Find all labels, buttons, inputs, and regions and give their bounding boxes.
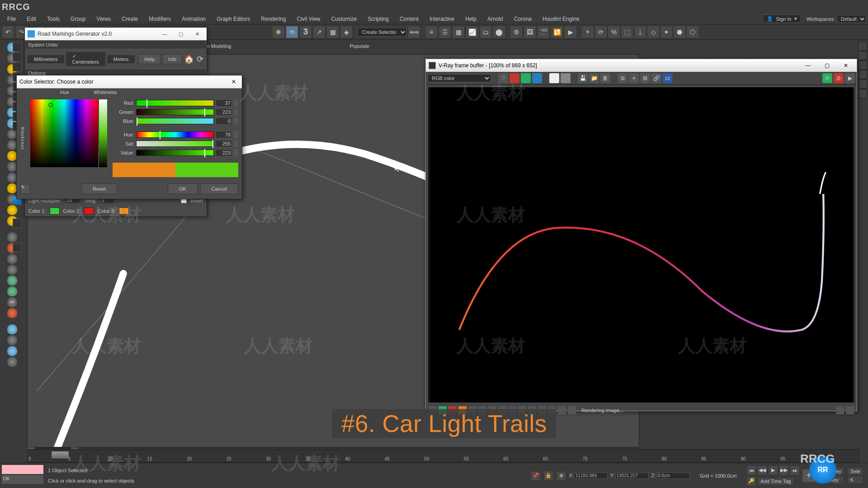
coord-x-input[interactable] bbox=[574, 472, 608, 479]
abs-icon[interactable]: ⊕ bbox=[556, 471, 566, 481]
minimize-button[interactable]: — bbox=[158, 29, 171, 38]
hue-sat-picker[interactable] bbox=[30, 99, 98, 167]
play-icon[interactable]: ▶ bbox=[768, 465, 778, 475]
timeline[interactable]: 0510152025303540455055606570758085909510… bbox=[27, 449, 859, 463]
cmd-modify-icon[interactable] bbox=[858, 51, 867, 60]
menu-help[interactable]: Help bbox=[460, 14, 482, 24]
modifier-icon-f[interactable] bbox=[7, 286, 17, 296]
sat-spinner[interactable] bbox=[234, 140, 238, 147]
status-ok-button[interactable]: OK bbox=[2, 475, 43, 484]
vray-stat-icon-o[interactable] bbox=[568, 406, 576, 414]
modifier-icon-g[interactable]: HP bbox=[7, 297, 17, 307]
keymode-icon[interactable]: 🔑 bbox=[746, 476, 756, 486]
goto-end-icon[interactable]: ⏭ bbox=[790, 465, 800, 475]
placement-button[interactable]: ↗ bbox=[313, 26, 326, 38]
value-slider[interactable] bbox=[136, 150, 214, 156]
cmd-hierarchy-icon[interactable] bbox=[858, 61, 867, 70]
vray-region-icon[interactable]: ⊞ bbox=[640, 73, 650, 83]
tool-b[interactable]: ⬣ bbox=[673, 26, 686, 38]
snap-toggle[interactable]: ⌖ bbox=[581, 26, 594, 38]
unit-mm-button[interactable]: Millimeters bbox=[28, 55, 64, 63]
menu-file[interactable]: File bbox=[2, 14, 21, 24]
hue-input[interactable] bbox=[216, 131, 232, 138]
signin-button[interactable]: 👤 Sign In ▾ bbox=[763, 14, 801, 23]
vray-alpha-button[interactable] bbox=[561, 73, 571, 83]
selection-set-dropdown[interactable]: Create Selection Se bbox=[357, 28, 407, 37]
iso-toggle[interactable]: ◇ bbox=[647, 26, 660, 38]
vray-blue-channel-button[interactable] bbox=[532, 73, 542, 83]
modifier-icon-h[interactable] bbox=[7, 308, 17, 318]
cancel-button[interactable]: Cancel bbox=[200, 183, 238, 194]
render-setup-button[interactable]: ⚙ bbox=[510, 26, 523, 38]
value-strip[interactable] bbox=[99, 99, 107, 167]
reset-button[interactable]: Reset bbox=[81, 183, 117, 194]
road-window-titlebar[interactable]: Road Markings Generator v2.0 — ▢ ✕ bbox=[25, 28, 207, 40]
vray-link-icon[interactable]: 🔗 bbox=[651, 73, 661, 83]
green-input[interactable] bbox=[216, 108, 232, 116]
menu-content[interactable]: Content bbox=[394, 14, 424, 24]
tool-c[interactable]: ⬡ bbox=[686, 26, 699, 38]
sys-units-header[interactable]: System Units: bbox=[25, 40, 207, 49]
coord-z-input[interactable] bbox=[656, 472, 690, 479]
unit-cm-button[interactable]: Centimeters bbox=[66, 52, 105, 66]
menu-edit[interactable]: Edit bbox=[21, 14, 42, 24]
blue-spinner[interactable] bbox=[234, 117, 238, 125]
color2-swatch[interactable] bbox=[84, 207, 94, 215]
vray-render-icon[interactable]: ⟳ bbox=[822, 73, 832, 83]
vray-clone-icon[interactable]: ⧉ bbox=[618, 73, 627, 83]
unit-m-button[interactable]: Meters bbox=[107, 55, 135, 63]
value-input[interactable] bbox=[216, 149, 232, 156]
align-button[interactable]: ≡ bbox=[425, 26, 438, 38]
view-icon-a[interactable] bbox=[7, 324, 17, 334]
mat-editor-button[interactable]: ⬤ bbox=[493, 26, 505, 38]
blue-input[interactable] bbox=[216, 117, 232, 125]
panel-icon-b[interactable] bbox=[13, 52, 22, 61]
move-button[interactable]: ✥ bbox=[272, 26, 285, 38]
hue-slider[interactable] bbox=[136, 131, 214, 138]
eyedropper-icon[interactable]: ✎ bbox=[20, 184, 30, 194]
view-icon-b[interactable] bbox=[7, 335, 17, 345]
scale-button[interactable]: 3 bbox=[299, 26, 312, 38]
cmd-display-icon[interactable] bbox=[858, 80, 867, 89]
maximize-button[interactable]: ▢ bbox=[174, 29, 188, 38]
vray-clear-icon[interactable]: 🗑 bbox=[600, 73, 610, 83]
modifier-icon-e[interactable] bbox=[7, 276, 17, 286]
green-spinner[interactable] bbox=[234, 108, 238, 116]
vray-load-icon[interactable]: 📁 bbox=[589, 73, 599, 83]
mirror-button[interactable]: ⟺ bbox=[408, 26, 420, 38]
vray-stop-icon[interactable]: ⊘ bbox=[834, 73, 844, 83]
cmd-motion-icon[interactable] bbox=[858, 70, 867, 79]
render-iterative-button[interactable]: 🔁 bbox=[551, 26, 563, 38]
vray-track-icon[interactable]: ⌖ bbox=[629, 73, 639, 83]
color3-swatch[interactable] bbox=[119, 207, 129, 215]
new-color-swatch[interactable] bbox=[175, 163, 238, 177]
menu-animation[interactable]: Animation bbox=[176, 14, 211, 24]
menu-civilview[interactable]: Civil View bbox=[292, 14, 326, 24]
color-titlebar[interactable]: Color Selector: Choose a color ✕ bbox=[17, 75, 242, 89]
vray-stat-icon-q[interactable] bbox=[846, 406, 854, 414]
menu-views[interactable]: Views bbox=[91, 14, 116, 24]
color-close-button[interactable]: ✕ bbox=[228, 77, 239, 86]
modifier-icon-d[interactable] bbox=[7, 265, 17, 275]
vray-titlebar[interactable]: V-Ray frame buffer - [100% of 869 x 652]… bbox=[426, 59, 857, 72]
menu-interactive[interactable]: Interactive bbox=[424, 14, 460, 24]
render-button[interactable]: ▶ bbox=[564, 26, 577, 38]
lock2-icon[interactable]: 🔒 bbox=[543, 471, 553, 481]
spinner-snap-toggle[interactable]: ⬚ bbox=[621, 26, 633, 38]
menu-arnold[interactable]: Arnold bbox=[482, 14, 509, 24]
vray-save-icon[interactable]: 💾 bbox=[578, 73, 588, 83]
info-button[interactable]: Info bbox=[162, 54, 182, 64]
view-icon-c[interactable] bbox=[7, 346, 17, 356]
vray-channel-dropdown[interactable]: RGB color bbox=[428, 74, 491, 82]
undo-button[interactable]: ↶ bbox=[2, 26, 14, 38]
vray-stat-icon-p[interactable] bbox=[836, 406, 844, 414]
vray-render-last-icon[interactable]: ▶ bbox=[845, 73, 855, 83]
percent-snap-toggle[interactable]: % bbox=[608, 26, 620, 38]
rendered-frame-button[interactable]: 🖼 bbox=[524, 26, 536, 38]
prev-frame-icon[interactable]: ◀◀ bbox=[757, 465, 767, 475]
vray-green-channel-button[interactable] bbox=[521, 73, 531, 83]
layer-button[interactable]: ☰ bbox=[439, 26, 451, 38]
menu-tools[interactable]: Tools bbox=[42, 14, 65, 24]
render-prod-button[interactable]: 🎬 bbox=[537, 26, 550, 38]
ortho-toggle[interactable]: ⊥ bbox=[634, 26, 646, 38]
